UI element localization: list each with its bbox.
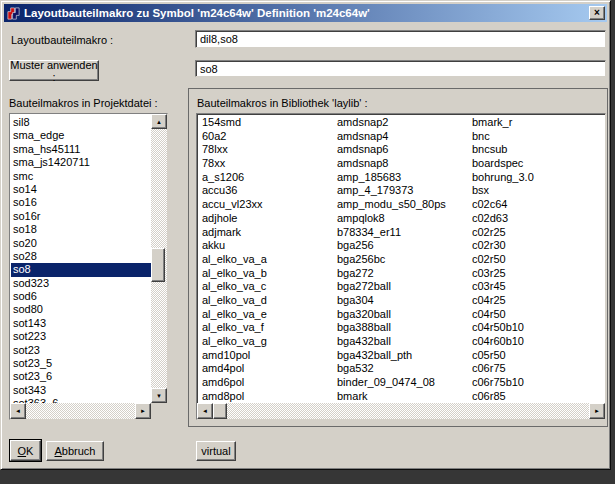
scroll-right-icon[interactable]: ► [589,403,605,419]
library-hscroll-track[interactable] [227,403,589,419]
scroll-left-icon[interactable]: ◄ [10,403,26,419]
list-item[interactable]: c04r60b10 [470,335,605,349]
list-item[interactable]: sot143 [11,317,151,330]
list-item[interactable]: sot23_6 [11,370,151,383]
list-item[interactable]: bohrung_3.0 [470,171,605,185]
list-item[interactable]: amp_modu_s50_80ps [335,198,470,212]
list-item[interactable]: al_elko_va_b [200,267,335,281]
list-item[interactable]: smc [11,170,151,183]
list-item[interactable]: sot23_5 [11,357,151,370]
list-item[interactable]: sil8 [11,116,151,129]
list-item[interactable]: adjhole [200,212,335,226]
library-hscroll-thumb[interactable] [213,403,227,419]
list-item[interactable]: sma_edge [11,129,151,142]
list-item[interactable]: al_elko_va_c [200,280,335,294]
list-item[interactable]: sma_js1420711 [11,156,151,169]
list-item[interactable]: bncsub [470,143,605,157]
project-hscroll-track[interactable] [26,403,135,419]
library-macro-list[interactable]: 154smd60a278lxx78xxa_s1206accu36accu_vl2… [197,114,605,403]
list-item[interactable]: amd8pol [200,390,335,403]
list-item[interactable]: c02r25 [470,226,605,240]
list-item[interactable]: 78lxx [200,143,335,157]
list-item[interactable]: bga432ball_pth [335,349,470,363]
list-item[interactable]: al_elko_va_g [200,335,335,349]
list-item[interactable]: a_s1206 [200,171,335,185]
ok-button[interactable]: OK [10,440,41,461]
scroll-down-icon[interactable]: ▼ [151,388,167,403]
list-item[interactable]: sod323 [11,277,151,290]
list-item[interactable]: so16r [11,210,151,223]
list-item[interactable]: bmark [335,390,470,403]
list-item[interactable]: amdsnap2 [335,116,470,130]
list-item[interactable]: accu36 [200,184,335,198]
project-horizontal-scrollbar[interactable]: ◄ ► [10,403,151,419]
list-item[interactable]: bga432ball [335,335,470,349]
scroll-up-icon[interactable]: ▲ [151,114,167,129]
list-item[interactable]: amp_4_179373 [335,184,470,198]
list-item[interactable]: b78334_er11 [335,226,470,240]
list-item[interactable]: amd4pol [200,362,335,376]
list-item[interactable]: so28 [11,250,151,263]
titlebar[interactable]: Layoutbauteilmakro zu Symbol 'm24c64w' D… [4,4,607,22]
list-item[interactable]: c02c64 [470,198,605,212]
scroll-left-icon[interactable]: ◄ [197,403,213,419]
list-item[interactable]: bga320ball [335,308,470,322]
list-item[interactable]: c04r50 [470,308,605,322]
list-item[interactable]: bga272 [335,267,470,281]
cancel-button[interactable]: Abbruch [46,441,104,461]
list-item[interactable]: ampqlok8 [335,212,470,226]
list-item[interactable]: so20 [11,237,151,250]
list-item[interactable]: bga256 [335,239,470,253]
list-item[interactable]: sod6 [11,290,151,303]
list-item[interactable]: so8 [11,263,151,276]
list-item[interactable]: c03r25 [470,267,605,281]
list-item[interactable]: bmark_r [470,116,605,130]
list-item[interactable]: al_elko_va_f [200,321,335,335]
list-item[interactable]: sot23 [11,344,151,357]
list-item[interactable]: c04r50b10 [470,321,605,335]
pattern-input[interactable] [195,60,606,77]
list-item[interactable]: so18 [11,223,151,236]
list-item[interactable]: amdsnap6 [335,143,470,157]
library-horizontal-scrollbar[interactable]: ◄ ► [197,403,605,419]
project-vscroll-thumb[interactable] [151,248,165,282]
list-item[interactable]: bga388ball [335,321,470,335]
list-item[interactable]: bga532 [335,362,470,376]
list-item[interactable]: c06r75b10 [470,376,605,390]
project-macro-list[interactable]: sil8sma_edgesma_hs45111sma_js1420711smcs… [10,114,151,403]
list-item[interactable]: al_elko_va_a [200,253,335,267]
project-vertical-scrollbar[interactable]: ▲ ▼ [151,114,167,403]
list-item[interactable]: so16 [11,196,151,209]
list-item[interactable]: c05r50 [470,349,605,363]
list-item[interactable]: c02d63 [470,212,605,226]
scroll-right-icon[interactable]: ► [135,403,151,419]
list-item[interactable]: so14 [11,183,151,196]
list-item[interactable]: boardspec [470,157,605,171]
list-item[interactable]: adjmark [200,226,335,240]
list-item[interactable]: accu_vl23xx [200,198,335,212]
list-item[interactable]: bga304 [335,294,470,308]
list-item[interactable]: sod80 [11,303,151,316]
library-column-3[interactable]: bmark_rbncbncsubboardspecbohrung_3.0bsxc… [470,116,605,403]
list-item[interactable]: amdsnap8 [335,157,470,171]
library-column-2[interactable]: amdsnap2amdsnap4amdsnap6amdsnap8amp_1856… [335,116,470,403]
library-column-1[interactable]: 154smd60a278lxx78xxa_s1206accu36accu_vl2… [200,116,335,403]
list-item[interactable]: al_elko_va_d [200,294,335,308]
list-item[interactable]: bnc [470,130,605,144]
list-item[interactable]: al_elko_va_e [200,308,335,322]
list-item[interactable]: bga256bc [335,253,470,267]
list-item[interactable]: c06r85 [470,390,605,403]
list-item[interactable]: sot223 [11,330,151,343]
list-item[interactable]: c03r45 [470,280,605,294]
virtual-button[interactable]: virtual [196,441,236,461]
list-item[interactable]: amd10pol [200,349,335,363]
list-item[interactable]: amd6pol [200,376,335,390]
project-vscroll-track[interactable] [151,129,167,388]
list-item[interactable]: amp_185683 [335,171,470,185]
list-item[interactable]: c04r25 [470,294,605,308]
list-item[interactable]: 78xx [200,157,335,171]
list-item[interactable]: c02r50 [470,253,605,267]
list-item[interactable]: akku [200,239,335,253]
list-item[interactable]: c06r75 [470,362,605,376]
list-item[interactable]: amdsnap4 [335,130,470,144]
